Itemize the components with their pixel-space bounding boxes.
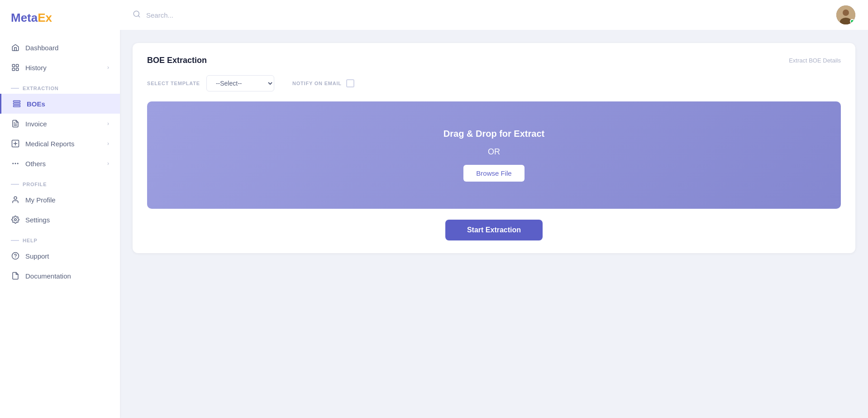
template-label: SELECT TEMPLATE [147, 81, 200, 86]
sidebar-item-history[interactable]: History › [0, 58, 120, 77]
svg-point-15 [14, 197, 17, 199]
svg-rect-3 [16, 68, 19, 71]
sidebar-label-support: Support [25, 252, 49, 260]
svg-point-13 [18, 163, 19, 164]
boes-icon [12, 99, 21, 108]
boe-extraction-card: BOE Extraction Extract BOE Details SELEC… [133, 43, 855, 253]
header [120, 0, 868, 30]
svg-rect-5 [14, 103, 20, 105]
section-label-help: HELP [0, 230, 120, 246]
breadcrumb-link[interactable]: Extract BOE Details [789, 57, 841, 64]
chevron-right-icon: › [107, 140, 109, 147]
sidebar-label-invoice: Invoice [25, 120, 47, 128]
sidebar-item-documentation[interactable]: Documentation [0, 266, 120, 286]
others-icon [11, 159, 20, 168]
search-icon [133, 10, 141, 20]
svg-point-22 [843, 10, 849, 16]
sidebar-label-my-profile: My Profile [25, 196, 56, 204]
sidebar-label-history: History [25, 64, 47, 72]
drop-zone[interactable]: Drag & Drop for Extract OR Browse File [147, 101, 841, 209]
settings-icon [11, 215, 20, 224]
sidebar-item-medical-reports[interactable]: Medical Reports › [0, 134, 120, 154]
invoice-icon [11, 119, 20, 128]
sidebar-label-settings: Settings [25, 216, 50, 224]
svg-rect-6 [14, 106, 20, 107]
card-header: BOE Extraction Extract BOE Details [147, 56, 841, 65]
sidebar-label-boes: BOEs [27, 100, 45, 108]
form-row: SELECT TEMPLATE --Select-- NOTIFY ON EMA… [147, 75, 841, 91]
sidebar-label-others: Others [25, 160, 46, 168]
section-label-extraction: EXTRACTION [0, 77, 120, 94]
svg-point-16 [14, 219, 17, 221]
sidebar: MetaEx Dashboard History › EXTRACTION BO… [0, 0, 120, 418]
history-icon [11, 63, 20, 72]
home-icon [11, 43, 20, 52]
logo-ex: Ex [38, 11, 52, 24]
chevron-right-icon: › [107, 120, 109, 127]
sidebar-item-boes[interactable]: BOEs [0, 94, 120, 114]
notify-email-checkbox[interactable] [346, 79, 354, 87]
sidebar-label-medical-reports: Medical Reports [25, 140, 74, 148]
browse-file-button[interactable]: Browse File [463, 165, 524, 182]
svg-rect-1 [16, 64, 19, 67]
medical-icon [11, 139, 20, 148]
sidebar-item-invoice[interactable]: Invoice › [0, 114, 120, 134]
sidebar-item-others[interactable]: Others › [0, 154, 120, 173]
sidebar-item-settings[interactable]: Settings [0, 210, 120, 230]
support-icon [11, 251, 20, 260]
svg-line-20 [138, 15, 139, 17]
svg-point-14 [13, 163, 14, 164]
sidebar-label-documentation: Documentation [25, 272, 71, 280]
svg-rect-0 [12, 64, 14, 67]
svg-rect-4 [14, 101, 20, 102]
main-area: BOE Extraction Extract BOE Details SELEC… [120, 0, 868, 418]
app-logo: MetaEx [0, 11, 120, 38]
drop-zone-or-text: OR [488, 147, 500, 157]
svg-point-12 [15, 163, 16, 164]
documentation-icon [11, 271, 20, 280]
chevron-right-icon: › [107, 160, 109, 167]
sidebar-item-dashboard[interactable]: Dashboard [0, 38, 120, 58]
search-input[interactable] [146, 11, 831, 19]
logo-meta: Meta [11, 11, 38, 24]
email-notify-group: NOTIFY ON EMAIL [292, 79, 354, 87]
online-status-dot [850, 19, 854, 24]
avatar[interactable] [836, 5, 855, 24]
svg-rect-2 [12, 68, 14, 71]
card-title: BOE Extraction [147, 56, 207, 65]
template-group: SELECT TEMPLATE --Select-- [147, 75, 274, 91]
start-extraction-button[interactable]: Start Extraction [445, 220, 543, 240]
page-content: BOE Extraction Extract BOE Details SELEC… [120, 30, 868, 418]
section-label-profile: PROFILE [0, 173, 120, 190]
template-select[interactable]: --Select-- [206, 75, 274, 91]
sidebar-label-dashboard: Dashboard [25, 44, 58, 52]
chevron-right-icon: › [107, 64, 109, 71]
sidebar-item-my-profile[interactable]: My Profile [0, 190, 120, 210]
email-label: NOTIFY ON EMAIL [292, 81, 342, 86]
profile-icon [11, 195, 20, 204]
sidebar-item-support[interactable]: Support [0, 246, 120, 266]
drop-zone-main-text: Drag & Drop for Extract [444, 129, 544, 139]
